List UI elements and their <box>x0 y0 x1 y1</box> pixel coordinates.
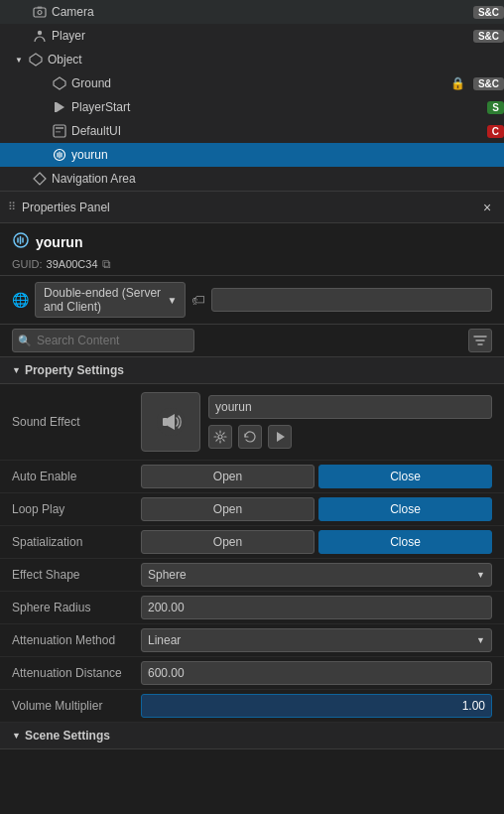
tree-item-navarea[interactable]: Navigation Area <box>0 167 504 191</box>
loop-play-close-btn[interactable]: Close <box>318 497 492 521</box>
svg-rect-9 <box>56 127 63 129</box>
sound-reset-btn[interactable] <box>238 425 262 449</box>
tree-label-playerstart: PlayerStart <box>71 100 483 114</box>
tree-item-camera[interactable]: Camera S&C <box>0 0 504 24</box>
tree-item-object[interactable]: ▼ Object <box>0 48 504 71</box>
property-settings-section[interactable]: ▼ Property Settings <box>0 357 504 384</box>
ground-icon <box>52 75 67 91</box>
tree-item-player[interactable]: Player S&C <box>0 24 504 48</box>
tree-item-playerstart[interactable]: PlayerStart S <box>0 95 504 119</box>
scene-settings-label: Scene Settings <box>25 729 110 743</box>
volume-multiplier-value-wrap <box>141 694 492 718</box>
guid-label: GUID: <box>12 258 43 270</box>
tree-label-player: Player <box>52 29 469 43</box>
search-icon: 🔍 <box>18 335 32 347</box>
client-dropdown[interactable]: Double-ended (Server and Client) ▼ <box>35 282 186 318</box>
loop-play-controls: Open Close <box>141 497 492 521</box>
auto-enable-label: Auto Enable <box>12 470 141 483</box>
tree-item-yourun[interactable]: yourun <box>0 143 504 167</box>
player-icon <box>32 28 48 44</box>
globe-icon: 🌐 <box>12 292 29 308</box>
loop-play-label: Loop Play <box>12 502 141 516</box>
sphere-radius-label: Sphere Radius <box>12 601 141 614</box>
ground-lock-icon: 🔒 <box>450 76 465 90</box>
badge-defaultui: C <box>487 125 504 138</box>
svg-rect-6 <box>55 102 57 112</box>
svg-marker-4 <box>30 54 42 66</box>
props-panel-header: ⠿ Properties Panel × <box>0 192 504 223</box>
attenuation-distance-input[interactable] <box>141 661 492 685</box>
guid-copy-icon[interactable]: ⧉ <box>102 257 111 271</box>
attenuation-method-chevron: ▼ <box>476 635 485 645</box>
property-settings-label: Property Settings <box>25 363 124 377</box>
sphere-radius-input[interactable] <box>141 596 492 619</box>
sound-effect-row: Sound Effect yourun <box>0 384 504 461</box>
svg-marker-18 <box>277 432 285 442</box>
controls-row: 🌐 Double-ended (Server and Client) ▼ 🏷 <box>0 276 504 325</box>
loop-play-row: Loop Play Open Close <box>0 493 504 526</box>
guid-value: 39A00C34 <box>47 258 98 270</box>
svg-rect-15 <box>163 418 168 426</box>
attenuation-method-select[interactable]: Linear ▼ <box>141 628 492 652</box>
tree-label-navarea: Navigation Area <box>52 172 504 186</box>
client-chevron-icon: ▼ <box>167 295 177 306</box>
tree-label-object: Object <box>48 53 504 67</box>
auto-enable-row: Auto Enable Open Close <box>0 461 504 493</box>
search-wrapper: 🔍 <box>12 329 464 352</box>
auto-enable-controls: Open Close <box>141 465 492 488</box>
loop-play-open-btn[interactable]: Open <box>141 497 315 521</box>
yourun-tree-icon <box>52 147 67 163</box>
spatialization-open-btn[interactable]: Open <box>141 530 315 554</box>
tag-input[interactable] <box>211 288 492 312</box>
volume-multiplier-input[interactable] <box>141 694 492 718</box>
tree-label-camera: Camera <box>52 5 469 19</box>
effect-shape-value: Sphere <box>148 568 187 582</box>
entity-icon <box>12 231 30 253</box>
volume-multiplier-label: Volume Multiplier <box>12 699 141 713</box>
tree-label-yourun: yourun <box>71 148 504 162</box>
attenuation-method-row: Attenuation Method Linear ▼ <box>0 624 504 657</box>
scene-settings-section[interactable]: ▼ Scene Settings <box>0 723 504 749</box>
tree-item-defaultui[interactable]: DefaultUI C <box>0 119 504 143</box>
badge-camera: S&C <box>473 6 504 19</box>
svg-marker-7 <box>57 102 64 112</box>
spatialization-label: Spatialization <box>12 535 141 549</box>
sound-settings-btn[interactable] <box>208 425 232 449</box>
svg-point-17 <box>218 435 222 439</box>
svg-rect-0 <box>34 8 46 17</box>
sound-right: yourun <box>208 395 492 449</box>
auto-enable-close-btn[interactable]: Close <box>318 465 492 488</box>
property-settings-chevron: ▼ <box>12 365 21 375</box>
tree-panel: Camera S&C Player S&C ▼ Object Ground <box>0 0 504 192</box>
svg-marker-5 <box>54 77 65 89</box>
search-input[interactable] <box>12 329 194 352</box>
badge-ground: S&C <box>473 77 504 90</box>
sound-play-btn[interactable] <box>268 425 292 449</box>
sound-thumbnail <box>141 392 200 452</box>
scene-settings-chevron: ▼ <box>12 731 21 741</box>
sphere-radius-row: Sphere Radius <box>0 592 504 624</box>
auto-enable-open-btn[interactable]: Open <box>141 465 315 488</box>
props-panel-close[interactable]: × <box>478 199 496 216</box>
navarea-icon <box>32 171 48 187</box>
sound-name-input[interactable]: yourun <box>208 395 492 419</box>
sound-effect-label: Sound Effect <box>12 415 141 429</box>
object-chevron: ▼ <box>12 53 26 67</box>
entity-name-label: yourun <box>36 234 82 250</box>
client-label: Double-ended (Server and Client) <box>44 286 163 314</box>
effect-shape-select[interactable]: Sphere ▼ <box>141 563 492 587</box>
sound-controls <box>208 425 492 449</box>
playerstart-icon <box>52 99 67 115</box>
effect-shape-row: Effect Shape Sphere ▼ <box>0 559 504 592</box>
badge-player: S&C <box>473 30 504 43</box>
filter-button[interactable] <box>468 329 492 352</box>
defaultui-icon <box>52 123 67 139</box>
object-icon <box>28 52 44 68</box>
attenuation-distance-value-wrap <box>141 661 492 685</box>
tree-item-ground[interactable]: Ground 🔒 S&C <box>0 71 504 95</box>
spatialization-close-btn[interactable]: Close <box>318 530 492 554</box>
props-drag-handle: ⠿ <box>8 201 16 213</box>
tag-icon: 🏷 <box>191 292 205 308</box>
volume-multiplier-row: Volume Multiplier <box>0 690 504 723</box>
svg-point-3 <box>38 31 42 35</box>
